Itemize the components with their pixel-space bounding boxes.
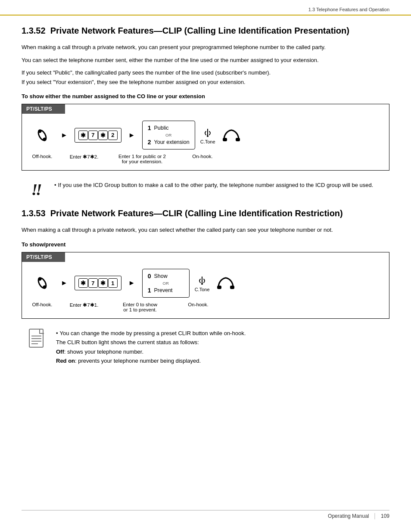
header-rule bbox=[0, 15, 411, 16]
arrow1: ► bbox=[61, 131, 68, 139]
label-keys-52: Enter ✱7✱2. bbox=[62, 154, 106, 160]
note52-icon-container: ‼ bbox=[26, 179, 47, 199]
exclamation-icon: ‼ bbox=[31, 180, 42, 199]
choice2-num-53: 1 bbox=[148, 287, 151, 294]
key-7b: 7 bbox=[88, 278, 98, 288]
onhook-group-52 bbox=[221, 128, 242, 143]
tone-icon-52 bbox=[202, 126, 214, 138]
tone-group-52: C.Tone bbox=[200, 126, 215, 144]
label-offhook-53: Off-hook. bbox=[31, 302, 54, 307]
key-star4: ✱ bbox=[98, 278, 108, 288]
svg-rect-12 bbox=[29, 329, 43, 347]
footer-separator: │ bbox=[373, 513, 377, 519]
svg-rect-10 bbox=[217, 286, 221, 289]
key-1: 1 bbox=[108, 278, 118, 288]
section-52-title: 1.3.52 Private Network Features—CLIP (Ca… bbox=[22, 25, 389, 36]
section52-labels-row: Off-hook. Enter ✱7✱2. Enter 1 for public… bbox=[31, 154, 380, 164]
svg-rect-11 bbox=[230, 286, 234, 289]
footer-text: Operating Manual bbox=[328, 513, 369, 519]
tone-icon-53 bbox=[196, 274, 208, 286]
choice2-label: Your extension bbox=[154, 139, 189, 145]
choice1-label: Public bbox=[154, 125, 168, 131]
section52-intro2: You can select the telephone number sent… bbox=[22, 56, 389, 65]
arrow3: ► bbox=[61, 279, 68, 287]
tone-label-53: C.Tone bbox=[195, 287, 210, 292]
section52-intro4: If you select "Your extension", they see… bbox=[22, 78, 389, 87]
key-star3: ✱ bbox=[78, 278, 88, 288]
section53-note: •You can change the mode by pressing a p… bbox=[22, 327, 389, 365]
offhook-group-53 bbox=[31, 275, 54, 291]
choice1-num-53: 0 bbox=[148, 273, 151, 280]
section52-note: ‼ •If you use the ICD Group button to ma… bbox=[22, 179, 389, 199]
page-footer: Operating Manual │ 109 bbox=[22, 510, 389, 519]
choice1-label-53: Show bbox=[154, 273, 167, 279]
choice1-num: 1 bbox=[148, 124, 151, 131]
key-sequence-52: ✱ 7 ✱ 2 bbox=[75, 128, 121, 143]
section52-diagram-header: PT/SLT/PS bbox=[22, 104, 65, 114]
key-star2: ✱ bbox=[98, 131, 108, 140]
key-sequence-53: ✱ 7 ✱ 1 bbox=[75, 276, 121, 290]
note52-text: •If you use the ICD Group button to make… bbox=[54, 179, 373, 190]
section53-diagram-header: PT/SLT/PS bbox=[22, 252, 65, 262]
choice-or: OR bbox=[148, 133, 190, 137]
section-53-title: 1.3.53 Private Network Features—CLIR (Ca… bbox=[22, 208, 389, 219]
label-onhook-53: On-hook. bbox=[187, 302, 209, 307]
svg-point-3 bbox=[207, 135, 209, 137]
label-enter-53: Enter 0 to show or 1 to prevent. bbox=[114, 302, 166, 312]
choice-or-53: OR bbox=[148, 281, 184, 286]
choice-box-53: 0 Show OR 1 Prevent bbox=[142, 269, 190, 298]
label-onhook-52: On-hook. bbox=[192, 154, 213, 159]
page: 1.3 Telephone Features and Operation 1.3… bbox=[0, 0, 411, 532]
section53-diagram-box: PT/SLT/PS ► bbox=[22, 252, 389, 319]
choice2-label-53: Prevent bbox=[154, 287, 172, 293]
key-7: 7 bbox=[88, 131, 98, 140]
arrow2: ► bbox=[128, 131, 135, 139]
svg-rect-5 bbox=[236, 138, 240, 141]
onhook-icon-53 bbox=[216, 275, 236, 291]
footer-page: 109 bbox=[381, 513, 389, 519]
document-icon bbox=[28, 328, 47, 350]
section53-subsection-heading: To show/prevent bbox=[22, 241, 389, 248]
tone-label-52: C.Tone bbox=[200, 139, 215, 144]
svg-point-9 bbox=[201, 283, 203, 285]
label-keys-53: Enter ✱7✱1. bbox=[62, 302, 106, 308]
choice-box-52: 1 Public OR 2 Your extension bbox=[142, 121, 195, 149]
onhook-icon-52 bbox=[221, 128, 241, 143]
breadcrumb-text: 1.3 Telephone Features and Operation bbox=[308, 7, 389, 12]
note53-icon-container bbox=[26, 327, 49, 350]
note53-text: •You can change the mode by pressing a p… bbox=[56, 327, 246, 365]
key-2: 2 bbox=[108, 131, 118, 140]
section52-diagram-box: PT/SLT/PS bbox=[22, 104, 389, 171]
key-star1: ✱ bbox=[78, 131, 88, 140]
offhook-group bbox=[31, 127, 54, 143]
svg-rect-4 bbox=[223, 138, 227, 141]
section52-subsection-heading: To show either the number assigned to th… bbox=[22, 93, 389, 100]
choice2-num: 2 bbox=[148, 139, 151, 146]
section53-intro1: When making a call through a private net… bbox=[22, 226, 389, 234]
arrow4: ► bbox=[128, 279, 135, 287]
offhook-icon bbox=[34, 127, 51, 143]
offhook-icon-53 bbox=[34, 275, 51, 291]
label-offhook-52: Off-hook. bbox=[31, 154, 54, 159]
label-enter-52: Enter 1 for public or 2 for your extensi… bbox=[114, 154, 170, 164]
section52-diagram-row: ► ✱ 7 ✱ 2 ► 1 Public bbox=[31, 121, 380, 149]
onhook-group-53 bbox=[215, 275, 237, 291]
section52-intro1: When making a call through a private net… bbox=[22, 43, 389, 52]
page-header: 1.3 Telephone Features and Operation bbox=[308, 7, 389, 12]
section53-diagram-row: ► ✱ 7 ✱ 1 ► 0 Show OR bbox=[31, 269, 380, 298]
section53-labels-row: Off-hook. Enter ✱7✱1. Enter 0 to show or… bbox=[31, 302, 380, 312]
section52-intro3: If you select "Public", the calling/call… bbox=[22, 68, 389, 77]
tone-group-53: C.Tone bbox=[195, 274, 210, 292]
